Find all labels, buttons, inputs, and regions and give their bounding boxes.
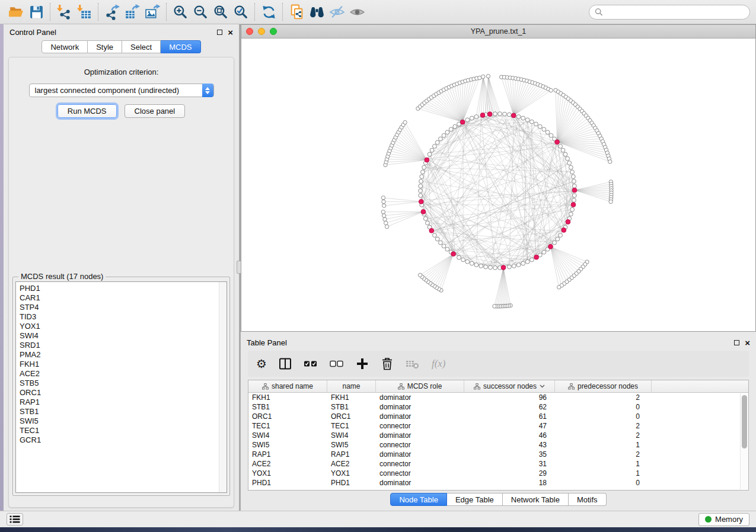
graph-node[interactable] [449,127,453,132]
table-cell[interactable]: STB1 [248,402,327,412]
graph-node[interactable] [435,237,439,241]
duplicate-network-icon[interactable] [286,2,307,22]
open-folder-icon[interactable] [6,2,26,22]
table-cell[interactable]: FKH1 [248,393,327,402]
tab-edge-table[interactable]: Edge Table [447,493,503,506]
graph-hub-node[interactable] [562,228,566,233]
mcds-result-item[interactable]: SRD1 [20,341,227,350]
table-cell[interactable]: 46 [464,431,555,440]
table-cell[interactable]: connector [376,459,464,469]
graph-node[interactable] [465,118,470,122]
graph-node[interactable] [457,255,461,259]
table-cell[interactable]: dominator [376,412,464,421]
table-cell[interactable]: RAP1 [327,450,376,459]
graph-node[interactable] [489,265,493,270]
graph-node[interactable] [422,165,426,169]
mcds-result-item[interactable]: FKH1 [20,360,227,369]
tab-style[interactable]: Style [88,40,122,53]
graph-leaf-node[interactable] [381,210,385,214]
column-header-mcds-role[interactable]: MCDS role [376,380,464,392]
table-cell[interactable] [652,412,748,421]
memory-button[interactable]: Memory [698,513,749,526]
table-cell[interactable] [652,459,748,469]
tab-mcds[interactable]: MCDS [161,40,200,53]
export-table-icon[interactable] [122,2,142,22]
graph-leaf-node[interactable] [384,221,388,225]
graph-node[interactable] [553,241,557,245]
table-cell[interactable] [652,421,748,431]
graph-node[interactable] [445,247,449,251]
table-cell[interactable]: PHD1 [327,478,376,488]
mcds-list-scrollbar[interactable] [219,282,227,492]
graph-node[interactable] [508,113,512,117]
table-cell[interactable]: 62 [464,402,555,412]
mcds-result-item[interactable]: SWI5 [20,416,227,426]
graph-node[interactable] [433,145,437,149]
graph-node[interactable] [461,258,465,262]
graph-node[interactable] [572,198,576,203]
graph-node[interactable] [530,120,534,124]
graph-leaf-node[interactable] [383,217,387,221]
graph-node[interactable] [556,237,560,241]
graph-node[interactable] [419,194,423,198]
table-cell[interactable]: dominator [376,431,464,440]
graph-node[interactable] [442,244,446,248]
mcds-result-item[interactable]: YOX1 [20,322,227,331]
mcds-result-item[interactable]: STB1 [20,407,227,416]
table-cell[interactable]: 47 [464,421,555,431]
graph-leaf-node[interactable] [382,214,385,217]
column-header-name[interactable]: name [327,380,376,392]
table-cell[interactable]: 31 [464,459,555,469]
optimization-criterion-select[interactable]: largest connected component (undirected) [29,84,214,97]
graph-node[interactable] [561,148,565,152]
graph-node[interactable] [538,124,542,129]
table-row[interactable]: STB1STB1dominator620 [248,402,748,412]
graph-node[interactable] [566,156,570,161]
table-cell[interactable]: 96 [464,393,555,402]
graph-hub-node[interactable] [425,158,429,162]
table-cell[interactable]: 1 [555,440,652,450]
search-network-icon[interactable] [307,2,327,22]
graph-leaf-node[interactable] [478,76,481,79]
graph-node[interactable] [570,207,575,211]
graph-leaf-node[interactable] [481,75,485,78]
table-cell[interactable]: ACE2 [327,459,376,469]
show-all-icon[interactable] [347,2,367,22]
graph-node[interactable] [419,184,423,188]
graph-node[interactable] [534,122,538,126]
table-cell[interactable] [652,431,748,440]
graph-hub-node[interactable] [548,244,553,249]
table-cell[interactable]: YOX1 [327,469,376,478]
save-icon[interactable] [26,2,46,22]
close-panel-icon[interactable]: × [228,29,233,36]
table-cell[interactable]: SWI4 [248,431,327,440]
table-row[interactable]: SWI5SWI5connector431 [248,440,748,450]
graph-node[interactable] [419,189,423,193]
deselect-all-icon[interactable] [330,356,344,371]
table-row[interactable]: ORC1ORC1dominator610 [248,412,748,421]
tab-network-table[interactable]: Network Table [503,493,569,506]
table-cell[interactable]: 61 [464,412,555,421]
graph-hub-node[interactable] [419,199,423,204]
table-cell[interactable]: connector [376,421,464,431]
mcds-result-item[interactable]: ORC1 [20,388,227,398]
run-mcds-button[interactable]: Run MCDS [58,104,117,118]
hide-selected-icon[interactable] [327,2,347,22]
graph-node[interactable] [516,263,521,267]
graph-node[interactable] [428,152,432,156]
table-cell[interactable]: ACE2 [248,459,327,469]
graph-node[interactable] [498,112,502,116]
table-scrollbar[interactable] [740,393,748,489]
table-row[interactable]: YOX1YOX1connector291 [248,469,748,478]
split-columns-icon[interactable] [279,356,292,371]
export-network-icon[interactable] [102,2,122,22]
graph-leaf-node[interactable] [403,120,407,124]
table-cell[interactable]: 0 [555,402,652,412]
table-cell[interactable]: connector [376,469,464,478]
table-scrollbar-thumb[interactable] [742,395,747,448]
add-column-icon[interactable] [356,356,369,371]
refresh-icon[interactable] [259,2,279,22]
table-cell[interactable]: 2 [555,393,652,402]
graph-node[interactable] [569,212,573,216]
zoom-selected-icon[interactable] [231,2,251,22]
